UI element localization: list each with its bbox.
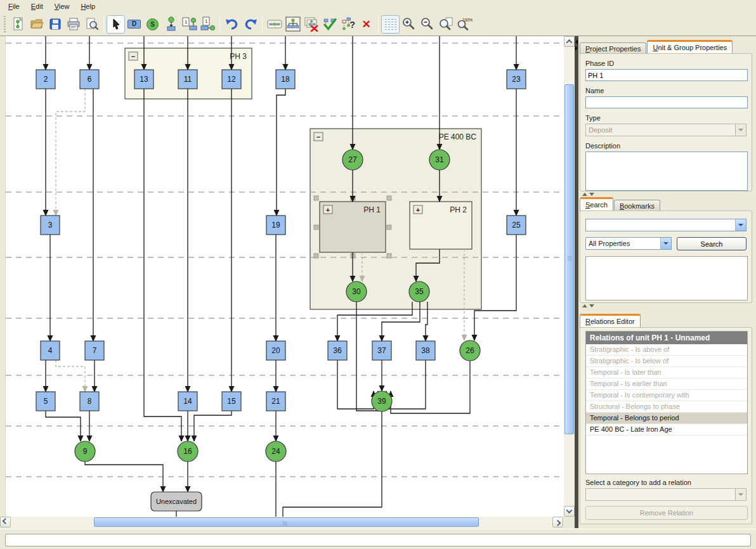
select-tool-button[interactable] [107, 15, 125, 34]
selection-handle[interactable] [387, 254, 391, 258]
menu-file[interactable]: File [3, 1, 25, 12]
node-16[interactable]: 16 [178, 441, 198, 462]
node-26[interactable]: 26 [460, 340, 480, 361]
node-9[interactable]: 9 [75, 441, 95, 462]
zoom-in-button[interactable] [400, 15, 418, 34]
delete-button[interactable]: ✕ [357, 15, 375, 34]
scroll-right-button[interactable] [552, 517, 563, 527]
node-21[interactable]: 21 [266, 392, 285, 411]
group-PH1[interactable]: PH 1+ [320, 202, 386, 252]
node-30[interactable]: 30 [346, 281, 367, 302]
new-diagram-button[interactable] [9, 15, 27, 34]
redo-button[interactable] [241, 15, 259, 34]
node-20[interactable]: 20 [266, 341, 285, 360]
node-39[interactable]: 39 [372, 391, 392, 411]
vertical-scrollbar[interactable] [564, 36, 575, 517]
node-36[interactable]: 36 [328, 341, 347, 360]
layout-tree-button[interactable] [284, 15, 302, 34]
grid-toggle-button[interactable] [381, 15, 400, 34]
horizontal-scrollbar[interactable] [0, 517, 564, 528]
tab-search[interactable]: Search [580, 197, 613, 211]
open-button[interactable] [27, 15, 46, 34]
selection-handle[interactable] [314, 196, 318, 200]
expand-button[interactable]: + [323, 205, 332, 214]
print-preview-button[interactable] [82, 15, 101, 34]
diagram-canvas[interactable]: PH 3−PE 400 BC−PH 1+PH 2+261311121823319… [5, 36, 564, 517]
menu-view[interactable]: View [49, 1, 75, 12]
node-3[interactable]: 3 [41, 216, 60, 235]
node-4[interactable]: 4 [41, 341, 60, 360]
node-7[interactable]: 7 [85, 341, 104, 360]
node-6[interactable]: 6 [80, 70, 99, 89]
tab-bookmarks[interactable]: Bookmarks [614, 200, 660, 211]
node-11[interactable]: 11 [178, 70, 197, 89]
save-button[interactable] [46, 15, 64, 34]
node-27[interactable]: 27 [342, 150, 363, 170]
toolbar-grip[interactable] [4, 16, 6, 32]
node-35[interactable]: 35 [409, 281, 429, 302]
selection-handle[interactable] [387, 225, 391, 229]
tab-project-properties[interactable]: Project Properties [580, 42, 646, 54]
node-8[interactable]: 8 [80, 392, 99, 411]
query-diagram-button[interactable]: ? [339, 15, 357, 34]
node-24[interactable]: 24 [266, 441, 286, 462]
remove-from-diagram-button[interactable] [302, 15, 320, 34]
node-31[interactable]: 31 [429, 150, 450, 170]
node-5[interactable]: 5 [36, 392, 55, 411]
node-2[interactable]: 2 [36, 70, 55, 89]
panel-resize-handle[interactable] [582, 193, 594, 196]
node-12[interactable]: 12 [222, 70, 241, 89]
search-query-combobox[interactable] [585, 219, 746, 231]
zoom-fit-button[interactable] [436, 15, 455, 34]
relations-list[interactable]: Relations of unit PH 1 - Unnamed Stratig… [585, 331, 748, 474]
horizontal-scroll-thumb[interactable] [94, 517, 479, 527]
align-horizontal-button[interactable] [265, 15, 284, 34]
node-25[interactable]: 25 [507, 216, 526, 235]
collapse-button[interactable]: − [314, 132, 323, 141]
scroll-left-button[interactable] [0, 517, 11, 527]
relation-row[interactable]: Temporal - Belongs to period [586, 413, 747, 424]
node-unexcavated[interactable]: Unexcavated [151, 492, 202, 511]
group-PH2[interactable]: PH 2+ [410, 202, 472, 249]
panel-resize-handle[interactable] [582, 304, 594, 307]
selection-handle[interactable] [314, 225, 318, 229]
node-38[interactable]: 38 [416, 341, 435, 360]
collapse-button[interactable]: − [129, 52, 138, 60]
undo-button[interactable] [223, 15, 241, 34]
group-to-unit-button[interactable]: 1 [199, 15, 217, 34]
zoom-100-button[interactable]: 100% [455, 15, 473, 34]
print-button[interactable] [64, 15, 82, 34]
node-14[interactable]: 14 [178, 392, 197, 411]
selection-handle[interactable] [387, 196, 391, 200]
menu-edit[interactable]: Edit [25, 1, 49, 12]
description-field[interactable] [585, 152, 748, 191]
unit-to-group-button[interactable]: 1 [180, 15, 199, 34]
search-filter-dropdown[interactable]: All Properties [585, 237, 672, 250]
vertical-scroll-thumb[interactable] [564, 84, 574, 434]
node-label: 19 [271, 221, 280, 229]
node-37[interactable]: 37 [372, 341, 391, 360]
node-23[interactable]: 23 [507, 70, 526, 89]
node-13[interactable]: 13 [134, 70, 153, 89]
tab-unit-group-properties[interactable]: Unit & Group Properties [647, 40, 733, 54]
name-field[interactable] [585, 96, 748, 108]
search-button[interactable]: Search [677, 237, 746, 250]
scroll-up-button[interactable] [564, 36, 575, 47]
node-19[interactable]: 19 [266, 216, 285, 235]
scroll-down-button[interactable] [564, 506, 575, 517]
phase-id-field[interactable] [585, 69, 748, 81]
menu-help[interactable]: Help [75, 1, 101, 12]
tab-relations-editor[interactable]: Relations Editor [580, 314, 641, 328]
zoom-out-button[interactable] [418, 15, 436, 34]
node-15[interactable]: 15 [222, 392, 241, 411]
dropdown-button[interactable] [735, 219, 746, 231]
expand-button[interactable]: + [414, 205, 422, 214]
add-deposit-unit-button[interactable]: D [125, 15, 143, 34]
dropdown-button[interactable] [660, 238, 671, 249]
add-surface-unit-button[interactable]: S [143, 15, 162, 34]
stamp-unit-button[interactable] [162, 15, 180, 34]
relation-row[interactable]: PE 400 BC - Late Iron Age [586, 424, 747, 436]
search-results-list[interactable] [585, 256, 748, 300]
node-18[interactable]: 18 [276, 70, 295, 89]
check-diagram-button[interactable] [320, 15, 339, 34]
